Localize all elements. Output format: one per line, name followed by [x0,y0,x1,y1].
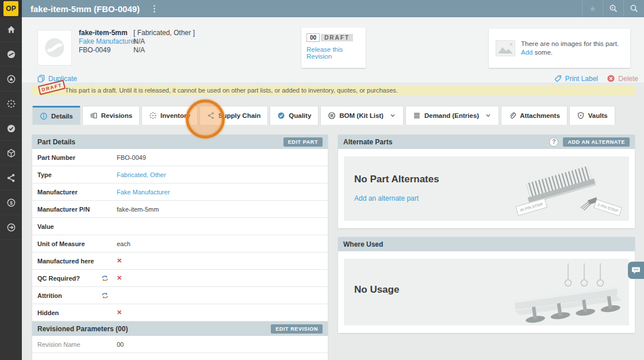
no-alternates-box: No Part Alternates Add an alternate part [344,156,629,221]
copy-icon [37,74,45,83]
part-value-na: N/A [133,37,195,46]
part-number: FBO-0049 [79,46,137,55]
draft-warning-text: This part is a draft. Until it is releas… [32,85,635,96]
table-row: Value [32,218,328,235]
delete-label: Delete [618,75,638,83]
delete-circle-icon [607,74,615,83]
where-used-body: No Usage [338,251,635,333]
where-used-title: Where Used [343,240,383,248]
part-name: fake-item-5mm [79,29,137,37]
alternate-parts-body: No Part Alternates Add an alternate part [338,149,635,228]
top-header: OP fake-item-5mm (FBO-0049) ⋮ ★ [0,0,644,17]
part-summary-col2: [ Fabricated, Other ] N/A N/A [133,29,195,55]
sidebar-item-supply-chain[interactable] [0,166,22,190]
play-circle-icon [6,74,16,84]
search-button[interactable] [623,0,644,17]
part-summary-col1: fake-item-5mm Fake Manufacturer FBO-0049 [79,29,137,55]
tab-inventory[interactable]: Inventory [141,106,198,125]
revisioned-parameters-header: Revisioned Parameters (00) EDIT REVISION [32,321,328,336]
help-icon[interactable]: ? [549,137,558,147]
part-tolerance-na: N/A [133,46,195,55]
images-card: There are no images for this part. Add s… [489,29,630,68]
shield-icon [577,112,585,120]
add-images-suffix: some. [532,49,553,56]
print-label-button[interactable]: Print Label [554,74,598,83]
revision-status-card: 00 DRAFT Release this Revision [301,28,366,68]
star-icon: ★ [589,4,596,13]
panel-tail [32,353,328,360]
sidebar-item-quality[interactable] [0,116,22,141]
share-nodes-icon [207,112,215,120]
sidebar-item-pricing[interactable]: $ [0,190,22,215]
sidebar: $ [0,17,22,360]
alternate-parts-header: Alternate Parts ? ADD AN ALTERNATE [338,135,635,149]
part-thumbnail[interactable] [37,30,72,66]
false-x-mark: ✕ [117,257,122,265]
sidebar-item-parts[interactable] [0,141,22,166]
page-title: fake-item-5mm (FBO-0049) [30,4,140,14]
bom-circle-icon [328,112,336,120]
manufacturer-link[interactable]: Fake Manufacturer [117,189,170,196]
share-nodes-icon [6,173,16,183]
activity-circle-icon [6,49,16,59]
table-row: Unit of Measure each [32,235,328,252]
app-logo[interactable]: OP [3,1,18,16]
quick-search-icon [609,4,618,13]
chevron-down-icon [485,112,492,119]
right-column: Alternate Parts ? ADD AN ALTERNATE No Pa… [338,135,635,333]
add-alternate-button[interactable]: ADD AN ALTERNATE [563,137,630,147]
chat-button[interactable] [628,262,644,279]
pin-strip-illustration: 40 PIN STRIP 2 PIN STRIP [509,156,624,221]
revisioned-parameters-title: Revisioned Parameters (00) [37,325,128,333]
release-revision-link[interactable]: Release this Revision [306,46,361,60]
alternate-parts-panel: Alternate Parts ? ADD AN ALTERNATE No Pa… [338,135,635,228]
table-row: Manufacturer Fake Manufacturer [32,183,328,201]
table-row: Type Fabricated, Other [32,166,328,183]
home-icon [6,25,16,35]
false-x-mark: ✕ [117,274,122,282]
part-details-panel: Part Details EDIT PART Part Number FBO-0… [32,135,328,360]
list-lines-icon [413,112,421,120]
tab-vaults[interactable]: Vaults [569,106,615,125]
manufacturer-link[interactable]: Fake Manufacturer [79,37,137,45]
sidebar-item-activity[interactable] [0,42,22,67]
image-placeholder-icon [496,40,515,56]
tag-icon [554,74,562,83]
table-row: Manufacturer P/N fake-item-5mm [32,201,328,218]
edit-part-button[interactable]: EDIT PART [283,137,323,147]
tab-demand[interactable]: Demand (Entries) [405,106,499,125]
svg-text:$: $ [10,200,13,205]
table-row: Attrition [32,287,328,304]
tab-supply-chain[interactable]: Supply Chain [200,106,268,125]
sidebar-item-inventory[interactable] [0,91,22,116]
conveyor-illustration [504,260,624,324]
quick-search-button[interactable] [603,0,623,17]
delete-button[interactable]: Delete [607,74,638,83]
sidebar-item-logout[interactable] [0,215,22,240]
revision-badge: 00 [306,33,320,42]
sidebar-item-projects[interactable] [0,67,22,91]
dot-grid-icon [6,99,16,109]
sync-icon [101,292,109,299]
logo-block: OP [0,0,22,17]
placeholder-logo-icon [42,35,67,60]
part-type-link[interactable]: Fabricated, Other [117,171,166,178]
table-row: QC Required? ✕ [32,270,328,287]
edit-revision-button[interactable]: EDIT REVISION [271,324,323,334]
favorite-button[interactable]: ★ [582,0,603,17]
tab-bom[interactable]: BOM (Kit List) [320,106,404,125]
dot-grid-icon [149,112,157,120]
tab-attachments[interactable]: Attachments [501,106,568,125]
tab-quality[interactable]: Quality [270,106,319,125]
tab-revisions[interactable]: Revisions [82,106,140,125]
sync-icon [101,275,109,282]
revisions-icon [90,112,98,120]
dollar-circle-icon: $ [6,198,16,208]
tab-details[interactable]: Details [32,106,80,125]
where-used-header: Where Used [338,237,635,251]
add-images-link[interactable]: Add [521,49,532,56]
kebab-menu-icon[interactable]: ⋮ [150,3,159,14]
main-content: fake-item-5mm Fake Manufacturer FBO-0049… [22,17,644,360]
package-cube-icon [6,148,16,158]
sidebar-item-home[interactable] [0,17,22,42]
